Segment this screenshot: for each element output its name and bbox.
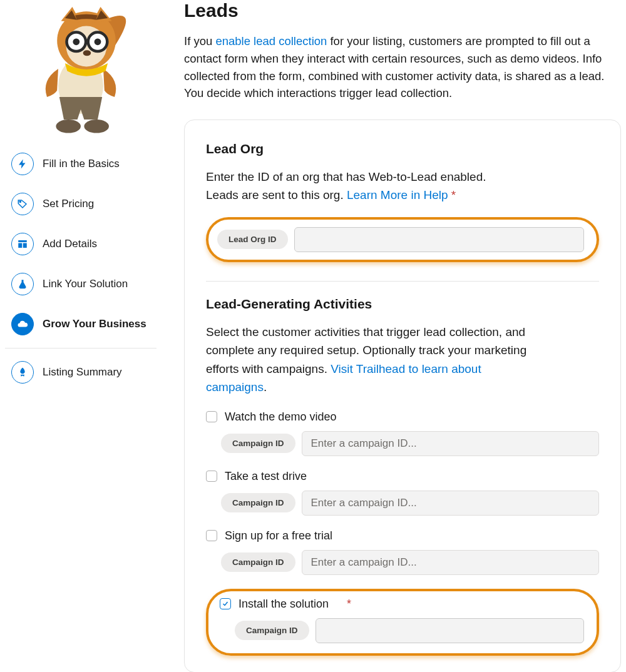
cloud-icon [11, 313, 34, 335]
svg-point-2 [84, 120, 109, 133]
lead-org-id-input[interactable] [294, 227, 584, 252]
main-content: Leads If you enable lead collection for … [162, 0, 625, 672]
mascot-character [24, 0, 137, 138]
sidebar-item-listing-summary[interactable]: Listing Summary [5, 352, 156, 392]
flask-icon [11, 273, 34, 295]
page-title: Leads [184, 0, 621, 21]
campaign-id-label: Campaign ID [235, 621, 309, 640]
activity-label: Install the solution [239, 598, 329, 611]
rocket-icon [11, 361, 34, 384]
lead-org-title: Lead Org [206, 141, 599, 156]
activity-checkbox-test-drive[interactable] [206, 471, 217, 482]
install-solution-highlight-ring: Install the solution * Campaign ID [206, 589, 599, 656]
svg-point-9 [95, 38, 101, 45]
sidebar-item-label: Set Pricing [43, 198, 94, 210]
campaign-id-input-test-drive[interactable] [302, 491, 599, 516]
sidebar-item-set-pricing[interactable]: Set Pricing [5, 184, 156, 224]
lead-org-id-label: Lead Org ID [217, 230, 288, 249]
layout-icon [11, 233, 34, 255]
activities-description: Select the customer activities that trig… [206, 323, 544, 397]
activity-label: Take a test drive [225, 470, 307, 483]
svg-rect-14 [23, 243, 27, 248]
activity-checkbox-free-trial[interactable] [206, 530, 217, 541]
sidebar-item-link-solution[interactable]: Link Your Solution [5, 264, 156, 304]
svg-rect-13 [18, 243, 22, 248]
sidebar: Fill in the Basics Set Pricing Add Detai… [0, 0, 162, 672]
sidebar-item-label: Fill in the Basics [43, 158, 120, 170]
sidebar-item-label: Link Your Solution [43, 278, 128, 290]
lightning-icon [11, 153, 34, 175]
leads-card: Lead Org Enter the ID of an org that has… [184, 120, 621, 672]
svg-point-11 [19, 201, 21, 202]
price-tag-icon [11, 193, 34, 215]
activities-title: Lead-Generating Activities [206, 297, 599, 312]
intro-paragraph: If you enable lead collection for your l… [184, 33, 621, 102]
campaign-id-input-free-trial[interactable] [302, 550, 599, 575]
svg-point-1 [56, 120, 81, 133]
sidebar-item-grow-business[interactable]: Grow Your Business [5, 304, 156, 344]
svg-rect-12 [18, 240, 27, 242]
activity-label: Watch the demo video [225, 410, 336, 424]
sidebar-item-label: Listing Summary [43, 366, 122, 379]
learn-more-link[interactable]: Learn More in Help [347, 188, 448, 201]
svg-point-10 [83, 50, 91, 56]
campaign-id-input-watch-demo[interactable] [302, 431, 599, 456]
card-divider [206, 281, 599, 282]
activity-label: Sign up for a free trial [225, 529, 332, 542]
enable-lead-collection-link[interactable]: enable lead collection [215, 34, 327, 48]
svg-point-8 [73, 38, 80, 45]
activity-checkbox-watch-demo[interactable] [206, 411, 217, 422]
sidebar-item-label: Add Details [43, 238, 97, 250]
sidebar-item-fill-basics[interactable]: Fill in the Basics [5, 144, 156, 184]
activity-checkbox-install-solution[interactable] [220, 598, 231, 609]
campaign-id-label: Campaign ID [221, 552, 295, 572]
activity-install-solution: Install the solution * Campaign ID [220, 598, 584, 643]
required-indicator: * [451, 188, 456, 201]
lead-org-highlight-ring: Lead Org ID [206, 217, 599, 262]
sidebar-item-add-details[interactable]: Add Details [5, 224, 156, 264]
campaign-id-input-install-solution[interactable] [316, 618, 584, 643]
sidebar-item-label: Grow Your Business [43, 318, 146, 330]
activity-free-trial: Sign up for a free trial Campaign ID [206, 529, 599, 575]
activity-watch-demo: Watch the demo video Campaign ID [206, 410, 599, 456]
activity-test-drive: Take a test drive Campaign ID [206, 470, 599, 516]
required-indicator: * [347, 598, 351, 611]
campaign-id-label: Campaign ID [221, 434, 295, 453]
campaign-id-label: Campaign ID [221, 493, 295, 512]
lead-org-description: Enter the ID of an org that has Web-to-L… [206, 168, 599, 205]
